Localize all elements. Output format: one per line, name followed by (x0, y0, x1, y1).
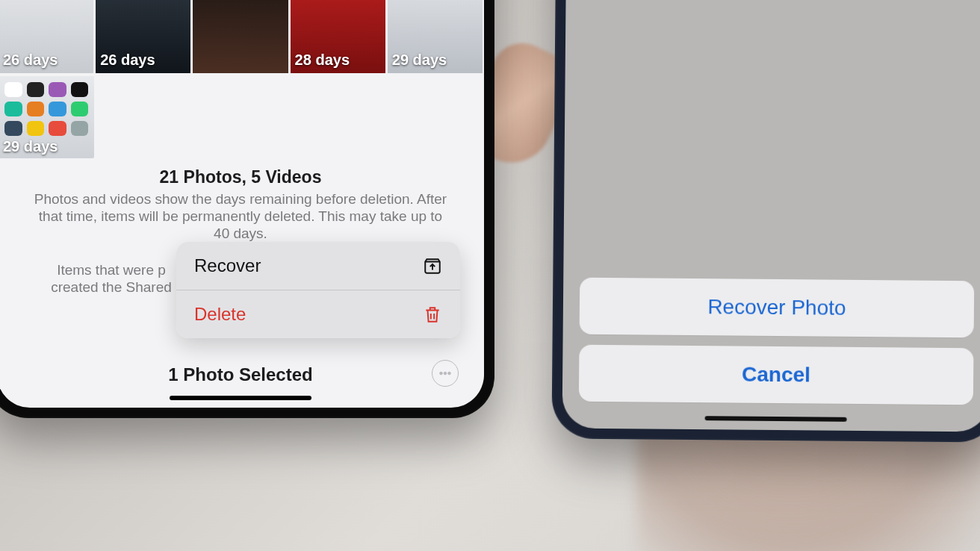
thumbnail-row: 26 days 26 days 28 days 29 days (0, 0, 484, 73)
cancel-button[interactable]: Cancel (579, 345, 974, 405)
days-remaining-label (193, 64, 202, 73)
photo-thumbnail[interactable]: 29 days (388, 0, 483, 73)
recover-label: Recover (194, 255, 261, 276)
home-indicator (170, 396, 311, 400)
recover-tray-icon (423, 256, 442, 276)
recover-menu-item[interactable]: Recover (176, 242, 460, 290)
home-indicator (705, 416, 847, 422)
days-remaining-label: 29 days (3, 138, 58, 155)
days-remaining-label: 29 days (388, 47, 451, 73)
svg-point-3 (440, 372, 443, 375)
recover-photo-button[interactable]: Recover Photo (580, 278, 975, 338)
photo-thumbnail[interactable]: 29 days (0, 76, 94, 158)
days-remaining-label: 26 days (96, 47, 159, 73)
album-explainer-text-partial: Items that were p created the Shared (33, 261, 190, 296)
context-menu: Recover Delete (176, 242, 460, 338)
photo-thumbnail[interactable] (193, 0, 288, 73)
phone-left-screen: 26 days 26 days 28 days 29 days (0, 0, 484, 408)
album-count-title: 21 Photos, 5 Videos (33, 167, 448, 187)
phone-right-device: Recover Photo Cancel (551, 0, 980, 443)
days-remaining-label: 26 days (0, 47, 62, 73)
photo-thumbnail[interactable]: 26 days (0, 0, 93, 73)
album-explainer-text: Photos and videos show the days remainin… (33, 190, 448, 243)
days-remaining-label: 28 days (291, 47, 354, 73)
photo-thumbnail[interactable]: 26 days (96, 0, 190, 73)
more-options-button[interactable] (432, 360, 459, 387)
phone-right-screen: Recover Photo Cancel (562, 0, 980, 432)
delete-label: Delete (194, 304, 246, 325)
photo-thumbnail[interactable]: 28 days (291, 0, 385, 73)
cancel-label: Cancel (742, 363, 810, 387)
phone-left-device: 26 days 26 days 28 days 29 days (0, 0, 494, 418)
ellipsis-icon (437, 365, 453, 382)
delete-menu-item[interactable]: Delete (176, 290, 460, 338)
svg-point-5 (448, 372, 451, 375)
action-sheet: Recover Photo Cancel (579, 278, 974, 405)
selection-count-label: 1 Photo Selected (168, 364, 312, 385)
svg-point-4 (444, 372, 447, 375)
trash-icon (423, 305, 442, 324)
recover-photo-label: Recover Photo (707, 295, 846, 320)
